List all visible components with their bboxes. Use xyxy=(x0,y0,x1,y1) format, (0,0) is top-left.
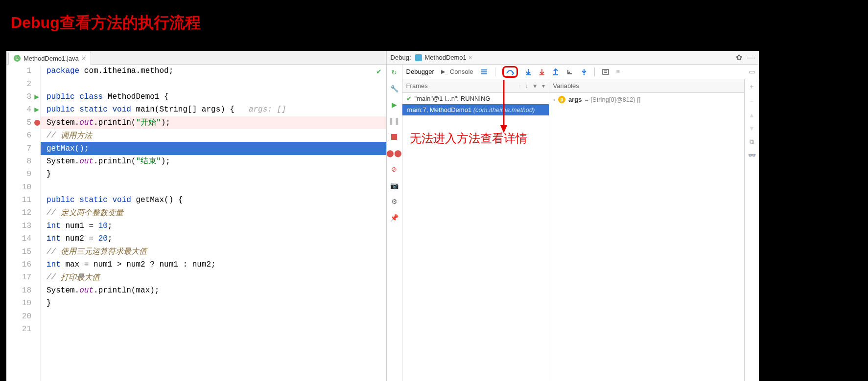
step-over-icon[interactable] xyxy=(506,68,515,75)
code-line: public static void getMax() { xyxy=(41,194,386,206)
rerun-icon[interactable]: ↻ xyxy=(389,67,399,77)
breakpoints-icon[interactable]: ⬤⬤ xyxy=(389,148,399,158)
code-line: System.out.println("结束"); xyxy=(41,155,386,168)
editor-tab-label: MethodDemo1.java xyxy=(23,55,79,62)
force-step-into-icon[interactable] xyxy=(539,68,545,76)
thread-label: "main"@1 i...n": RUNNING xyxy=(415,95,491,102)
code-line: package com.itheima.method; xyxy=(41,65,386,77)
more-frames-icon[interactable]: ▾ xyxy=(542,83,545,90)
variables-header: Variables xyxy=(549,79,744,93)
code-line: // 打印最大值 xyxy=(41,271,386,284)
code-area[interactable]: ✔ package com.itheima.method; public cla… xyxy=(41,65,386,381)
code-line: System.out.println(max); xyxy=(41,284,386,297)
minimize-icon[interactable]: — xyxy=(747,53,755,62)
editor-tab-bar: C MethodDemo1.java × xyxy=(6,51,386,65)
frames-header: Frames ↑ ↓ ▼ ▾ xyxy=(402,79,549,93)
run-icon[interactable]: ▶ xyxy=(34,105,39,114)
application-icon xyxy=(415,54,422,61)
ide-window: C MethodDemo1.java × 1 2 3▶ 4▶ 5 6 7 8 9… xyxy=(6,51,759,381)
run-to-cursor-icon[interactable] xyxy=(581,68,587,76)
code-line xyxy=(41,310,386,322)
editor-pane: C MethodDemo1.java × 1 2 3▶ 4▶ 5 6 7 8 9… xyxy=(6,51,387,381)
page-title-overlay: Debug查看方法的执行流程 xyxy=(11,12,201,34)
step-into-icon[interactable] xyxy=(525,68,532,76)
evaluate-icon[interactable] xyxy=(602,68,610,75)
debug-label: Debug: xyxy=(391,54,411,61)
close-tab-icon[interactable]: × xyxy=(82,54,86,62)
pause-icon[interactable]: ❚❚ xyxy=(389,116,399,126)
drop-frame-icon[interactable] xyxy=(566,68,574,75)
code-line: // 定义两个整数变量 xyxy=(41,206,386,219)
code-line xyxy=(41,181,386,194)
add-watch-icon[interactable]: ＋ xyxy=(749,82,755,91)
editor-tab-methoddemo1[interactable]: C MethodDemo1.java × xyxy=(8,52,91,65)
expand-icon[interactable]: › xyxy=(553,96,555,103)
param-badge-icon: p xyxy=(558,96,565,103)
check-icon: ✔ xyxy=(406,95,412,102)
mute-breakpoints-icon[interactable]: ⊘ xyxy=(389,164,399,174)
code-line: System.out.println("开始"); xyxy=(41,116,386,129)
camera-icon[interactable]: 📷 xyxy=(389,180,399,190)
debug-header: Debug: MethodDemo1 × ✿ — xyxy=(387,51,759,65)
code-line: // 调用方法 xyxy=(41,129,386,142)
stop-icon[interactable] xyxy=(389,132,399,142)
code-line: int max = num1 > num2 ? num1 : num2; xyxy=(41,258,386,271)
code-line: // 使用三元运算符求最大值 xyxy=(41,245,386,258)
remove-watch-icon[interactable]: － xyxy=(749,97,755,106)
run-icon[interactable]: ▶ xyxy=(34,92,39,102)
code-line xyxy=(41,77,386,90)
step-out-icon[interactable] xyxy=(552,68,559,76)
up-watch-icon[interactable]: ▲ xyxy=(749,112,755,119)
frame-package: (com.itheima.method) xyxy=(473,106,535,113)
code-line-current: getMax(); xyxy=(41,142,386,155)
code-line: } xyxy=(41,297,386,310)
copy-icon[interactable]: ⧉ xyxy=(750,138,754,146)
editor-gutter: 1 2 3▶ 4▶ 5 6 7 8 9 10 11 12 13 14 15 16 xyxy=(6,65,41,381)
code-line xyxy=(41,323,386,336)
debug-config-name[interactable]: MethodDemo1 xyxy=(425,54,467,61)
code-line: int num1 = 10; xyxy=(41,220,386,232)
breakpoint-icon[interactable] xyxy=(34,120,40,126)
debug-sidebar: ↻ 🔧 ▶ ❚❚ ⬤⬤ ⊘ 📷 ⚙ 📌 xyxy=(387,65,402,381)
prev-frame-icon[interactable]: ↑ xyxy=(518,83,521,90)
tab-console[interactable]: ▶_Console xyxy=(441,68,473,75)
svg-rect-0 xyxy=(603,69,609,74)
code-line: public class MethodDemo1 { xyxy=(41,90,386,103)
variable-row[interactable]: › p args = {String[0]@812} [] xyxy=(553,96,740,103)
class-file-icon: C xyxy=(14,55,21,62)
pin-icon[interactable]: 📌 xyxy=(389,213,399,223)
close-config-icon[interactable]: × xyxy=(469,54,472,61)
stack-frame[interactable]: main:7, MethodDemo1 (com.itheima.method) xyxy=(402,104,549,115)
resume-icon[interactable]: ▶ xyxy=(389,100,399,110)
trace-icon[interactable]: ≡ xyxy=(616,68,620,75)
variables-toolbar: ＋ － ▲ ▼ ⧉ 👓 xyxy=(744,79,759,381)
editor-body: 1 2 3▶ 4▶ 5 6 7 8 9 10 11 12 13 14 15 16 xyxy=(6,65,386,381)
settings-small-icon[interactable]: ⚙ xyxy=(389,197,399,206)
analysis-ok-icon: ✔ xyxy=(376,67,381,76)
variable-value: = {String[0]@812} [] xyxy=(585,96,640,103)
step-over-highlight xyxy=(502,66,518,78)
debug-main: Debugger ▶_Console xyxy=(402,65,759,381)
wrench-icon[interactable]: 🔧 xyxy=(389,84,399,93)
thread-row[interactable]: ✔ "main"@1 i...n": RUNNING xyxy=(402,93,549,104)
filter-icon[interactable]: ▼ xyxy=(532,83,538,90)
debug-toolbar: Debugger ▶_Console xyxy=(402,65,759,79)
glasses-icon[interactable]: 👓 xyxy=(748,152,756,159)
next-frame-icon[interactable]: ↓ xyxy=(525,83,528,90)
threads-icon[interactable] xyxy=(480,68,488,75)
layout-icon[interactable]: ▭ xyxy=(749,68,755,75)
annotation-text: 无法进入方法查看详情 xyxy=(410,131,527,146)
frames-column: Frames ↑ ↓ ▼ ▾ ✔ "main"@1 i...n": RU xyxy=(402,79,549,381)
down-watch-icon[interactable]: ▼ xyxy=(749,125,755,132)
settings-icon[interactable]: ✿ xyxy=(736,53,742,62)
code-line: public static void main(String[] args) {… xyxy=(41,103,386,116)
tab-debugger[interactable]: Debugger xyxy=(406,68,434,75)
variables-column: Variables › p args = {String[0]@812} [] xyxy=(549,79,744,381)
frame-label: main:7, MethodDemo1 xyxy=(407,106,473,113)
variable-name: args xyxy=(568,96,582,103)
code-line: } xyxy=(41,168,386,180)
debug-pane: Debug: MethodDemo1 × ✿ — ↻ 🔧 ▶ ❚❚ ⬤⬤ ⊘ 📷 xyxy=(387,51,759,381)
code-line: int num2 = 20; xyxy=(41,232,386,245)
